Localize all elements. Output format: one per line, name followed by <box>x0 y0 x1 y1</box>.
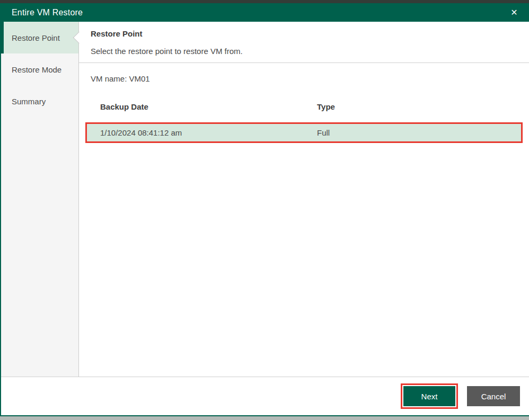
window-title: Entire VM Restore <box>12 8 83 17</box>
restore-point-row[interactable]: 1/10/2024 08:41:12 am Full <box>87 124 521 141</box>
column-header-backup-date[interactable]: Backup Date <box>100 102 317 112</box>
title-bar: Entire VM Restore ✕ <box>0 3 529 22</box>
annotation-highlight-row: 1/10/2024 08:41:12 am Full <box>85 122 523 143</box>
step-content: Restore Point Select the restore point t… <box>79 22 529 377</box>
step-title: Restore Point <box>91 29 517 39</box>
wizard-steps-sidebar: Restore Point Restore Mode Summary <box>0 22 79 377</box>
cancel-button[interactable]: Cancel <box>467 386 520 406</box>
backup-date-cell: 1/10/2024 08:41:12 am <box>100 128 317 137</box>
step-header: Restore Point Select the restore point t… <box>79 22 529 63</box>
sidebar-item-summary[interactable]: Summary <box>0 85 78 117</box>
entire-vm-restore-dialog: Entire VM Restore ✕ Restore Point Restor… <box>0 0 529 420</box>
dialog-body: Restore Point Restore Mode Summary Resto… <box>0 22 529 377</box>
close-icon: ✕ <box>510 7 517 17</box>
step-description: Select the restore point to restore VM f… <box>91 46 517 56</box>
table-header-row: Backup Date Type <box>100 102 529 112</box>
step-label: Restore Mode <box>12 65 61 74</box>
next-button[interactable]: Next <box>403 386 455 406</box>
sidebar-item-restore-point[interactable]: Restore Point <box>0 22 78 53</box>
close-button[interactable]: ✕ <box>504 3 525 22</box>
column-header-type[interactable]: Type <box>317 102 335 112</box>
annotation-highlight-next: Next <box>401 383 458 409</box>
sidebar-item-restore-mode[interactable]: Restore Mode <box>0 53 78 85</box>
desktop-strip <box>0 416 529 420</box>
vm-name-label: VM name: VM01 <box>91 74 517 84</box>
dialog-footer: Next Cancel <box>0 377 529 415</box>
window-left-border <box>0 22 1 416</box>
type-cell: Full <box>317 128 330 137</box>
step-label: Summary <box>12 97 46 106</box>
step-label: Restore Point <box>12 33 60 42</box>
